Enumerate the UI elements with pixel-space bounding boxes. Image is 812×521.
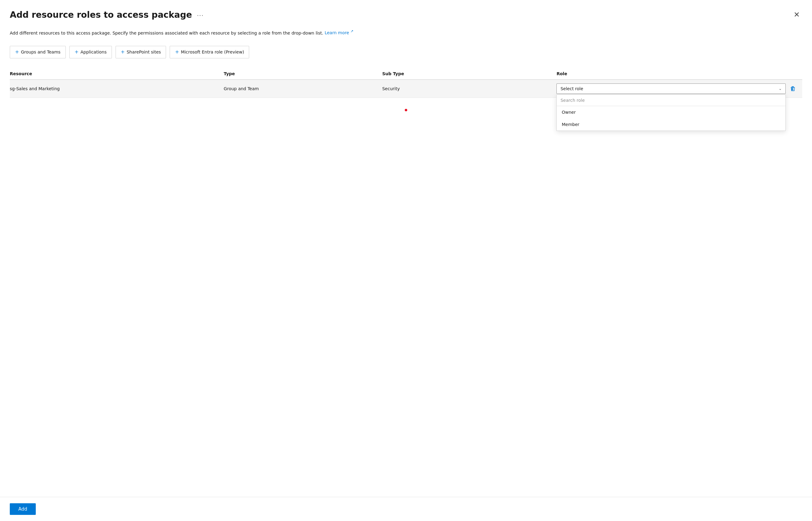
role-option-owner[interactable]: Owner xyxy=(557,106,785,118)
applications-button[interactable]: + Applications xyxy=(69,46,112,58)
plus-icon: + xyxy=(75,49,78,55)
more-options-icon[interactable]: ··· xyxy=(197,12,204,19)
resource-table-container: Resource Type Sub Type Role sg-Sales and… xyxy=(10,68,802,521)
dialog-description: Add different resources to this access p… xyxy=(10,29,802,37)
entra-role-button[interactable]: + Microsoft Entra role (Preview) xyxy=(170,46,249,58)
add-button[interactable]: Add xyxy=(10,503,36,515)
chevron-down-icon: ⌄ xyxy=(779,87,782,91)
col-header-type: Type xyxy=(224,68,382,80)
select-role-label: Select role xyxy=(560,86,583,91)
groups-teams-button[interactable]: + Groups and Teams xyxy=(10,46,66,58)
table-row: sg-Sales and Marketing Group and Team Se… xyxy=(10,80,802,98)
dialog-footer: Add xyxy=(0,497,812,521)
col-header-resource: Resource xyxy=(10,68,224,80)
plus-icon: + xyxy=(121,49,125,55)
col-header-role: Role xyxy=(556,68,802,80)
select-role-wrapper: Select role ⌄ Owner Member xyxy=(556,84,786,94)
search-role-input[interactable] xyxy=(557,95,785,106)
resource-name: sg-Sales and Marketing xyxy=(10,86,60,91)
learn-more-link[interactable]: Learn more ↗ xyxy=(325,30,353,35)
delete-row-button[interactable] xyxy=(788,85,797,93)
applications-label: Applications xyxy=(80,49,107,55)
plus-icon: + xyxy=(15,49,19,55)
groups-teams-label: Groups and Teams xyxy=(21,49,60,55)
resource-table: Resource Type Sub Type Role sg-Sales and… xyxy=(10,68,802,98)
role-cell: Select role ⌄ Owner Member xyxy=(556,84,797,94)
resource-type: Group and Team xyxy=(224,86,259,91)
external-link-icon: ↗ xyxy=(350,29,353,33)
error-indicator xyxy=(405,109,407,111)
sharepoint-button[interactable]: + SharePoint sites xyxy=(116,46,166,58)
role-dropdown: Owner Member xyxy=(556,94,786,131)
trash-icon xyxy=(790,86,795,91)
col-header-subtype: Sub Type xyxy=(382,68,556,80)
close-button[interactable]: ✕ xyxy=(791,10,802,20)
sharepoint-label: SharePoint sites xyxy=(126,49,161,55)
role-option-member[interactable]: Member xyxy=(557,118,785,131)
dialog-title: Add resource roles to access package xyxy=(10,10,192,20)
toolbar: + Groups and Teams + Applications + Shar… xyxy=(10,46,802,58)
plus-icon: + xyxy=(175,49,179,55)
entra-role-label: Microsoft Entra role (Preview) xyxy=(181,49,244,55)
select-role-button[interactable]: Select role ⌄ xyxy=(556,84,786,94)
resource-subtype: Security xyxy=(382,86,400,91)
